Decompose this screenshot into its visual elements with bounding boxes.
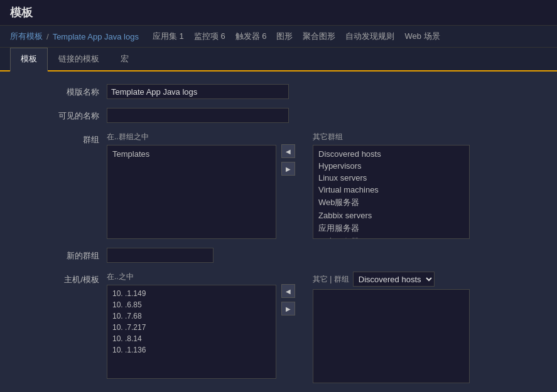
main-content: 模版名称 可见的名称 群组 在..群组之中 Templates ◀ ▶ 其它群组 xyxy=(0,72,557,392)
list-item[interactable]: 10. .1.136 xyxy=(110,344,273,356)
host-other-col: 其它 | 群组 Discovered hosts Hypervisors Lin… xyxy=(313,272,470,383)
group-in-listbox[interactable]: Templates xyxy=(107,145,276,239)
list-item[interactable]: 10. .7.217 xyxy=(110,322,273,333)
list-item[interactable]: 10. .6.85 xyxy=(110,299,273,310)
template-name-control xyxy=(107,84,538,99)
nav-tab-discovery[interactable]: 自动发现规则 xyxy=(345,29,394,43)
group-arrow-left-btn[interactable]: ◀ xyxy=(281,144,295,158)
list-item[interactable]: Linux servers xyxy=(316,172,467,184)
new-group-row: 新的群组 xyxy=(19,248,538,263)
sub-tab-template[interactable]: 模板 xyxy=(10,48,48,72)
page-header: 模板 xyxy=(0,0,557,26)
group-arrow-right-btn[interactable]: ▶ xyxy=(281,162,295,176)
group-other-label: 其它群组 xyxy=(313,132,470,142)
list-item[interactable]: 日志服务器 xyxy=(316,235,467,239)
nav-tab-apps[interactable]: 应用集 1 xyxy=(153,29,184,43)
new-group-label: 新的群组 xyxy=(19,248,107,262)
group-arrows: ◀ ▶ xyxy=(276,144,300,176)
host-group-dropdown[interactable]: Discovered hosts Hypervisors Linux serve… xyxy=(353,272,435,287)
breadcrumb-parent[interactable]: 所有模板 xyxy=(10,31,43,42)
host-other-header: 其它 | 群组 Discovered hosts Hypervisors Lin… xyxy=(313,272,470,287)
list-item[interactable]: Web服务器 xyxy=(316,196,467,209)
new-group-control xyxy=(107,248,538,263)
list-item[interactable]: 10. .1.149 xyxy=(110,288,273,299)
sub-tab-macros[interactable]: 宏 xyxy=(110,48,139,70)
host-in-col: 在..之中 10. .1.149 10. .6.85 10. .7.68 10.… xyxy=(107,272,276,379)
sub-tab-linked[interactable]: 链接的模板 xyxy=(48,48,110,70)
host-in-listbox[interactable]: 10. .1.149 10. .6.85 10. .7.68 10. .7.21… xyxy=(107,285,276,379)
nav-tab-monitors[interactable]: 监控项 6 xyxy=(194,29,225,43)
host-other-listbox[interactable] xyxy=(313,289,470,383)
host-section: 主机/模板 在..之中 10. .1.149 10. .6.85 10. .7.… xyxy=(19,272,538,383)
page-title: 模板 xyxy=(10,6,33,19)
list-item[interactable]: Virtual machines xyxy=(316,184,467,196)
nav-tab-web[interactable]: Web 场景 xyxy=(404,29,440,43)
new-group-input[interactable] xyxy=(107,248,214,263)
host-label: 主机/模板 xyxy=(19,272,107,285)
list-item[interactable]: Discovered hosts xyxy=(316,148,467,160)
list-item[interactable]: Hypervisors xyxy=(316,160,467,172)
group-other-col: 其它群组 Discovered hosts Hypervisors Linux … xyxy=(313,132,470,239)
nav-tab-graphs[interactable]: 图形 xyxy=(276,29,293,43)
visible-name-input[interactable] xyxy=(107,108,289,123)
host-arrow-right-btn[interactable]: ▶ xyxy=(281,302,295,315)
template-name-input[interactable] xyxy=(107,84,289,99)
group-other-listbox[interactable]: Discovered hosts Hypervisors Linux serve… xyxy=(313,145,470,239)
visible-name-label: 可见的名称 xyxy=(19,108,107,122)
list-item[interactable]: Templates xyxy=(110,148,273,160)
nav-tab-agg[interactable]: 聚合图形 xyxy=(303,29,335,43)
breadcrumb-current: Template App Java logs xyxy=(53,32,139,41)
host-other-group-label: 其它 | 群组 xyxy=(313,274,349,285)
host-arrows: ◀ ▶ xyxy=(276,284,300,315)
group-label: 群组 xyxy=(19,132,107,146)
top-nav-tabs: 应用集 1 监控项 6 触发器 6 图形 聚合图形 自动发现规则 Web 场景 xyxy=(153,29,440,43)
group-in-col: 在..群组之中 Templates xyxy=(107,132,276,239)
host-arrow-left-btn[interactable]: ◀ xyxy=(281,284,295,298)
list-item[interactable]: 10. .8.14 xyxy=(110,333,273,344)
breadcrumb-bar: 所有模板 / Template App Java logs 应用集 1 监控项 … xyxy=(0,26,557,48)
list-item[interactable]: 应用服务器 xyxy=(316,221,467,235)
list-item[interactable]: Zabbix servers xyxy=(316,209,467,221)
template-name-label: 模版名称 xyxy=(19,84,107,98)
template-name-row: 模版名称 xyxy=(19,84,538,99)
group-in-label: 在..群组之中 xyxy=(107,132,276,142)
nav-tab-triggers[interactable]: 触发器 6 xyxy=(235,29,267,43)
breadcrumb-separator: / xyxy=(46,32,49,41)
host-in-label: 在..之中 xyxy=(107,272,276,282)
visible-name-row: 可见的名称 xyxy=(19,108,538,123)
sub-tabs-bar: 模板 链接的模板 宏 xyxy=(0,48,557,72)
visible-name-control xyxy=(107,108,538,123)
group-section: 群组 在..群组之中 Templates ◀ ▶ 其它群组 Discovered… xyxy=(19,132,538,239)
list-item[interactable]: 10. .7.68 xyxy=(110,310,273,322)
